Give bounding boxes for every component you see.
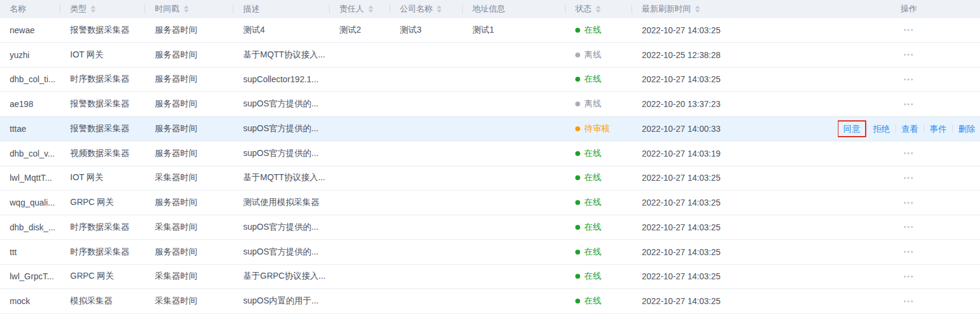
status-badge: 在线	[575, 172, 632, 183]
cell-name: mock	[0, 296, 60, 306]
cell-status: 待审核	[566, 123, 632, 134]
status-label: 在线	[584, 271, 601, 282]
table-row: mock模拟采集器采集器时间supOS内置的用于...在线2022-10-27 …	[0, 289, 980, 314]
column-header-company[interactable]: 公司名称	[390, 0, 463, 18]
column-label: 最新刷新时间	[642, 4, 691, 15]
table-row: ae198报警数据采集器服务器时间supOS官方提供的...离线2022-10-…	[0, 92, 980, 117]
row-actions-more-icon[interactable]: •••	[903, 24, 916, 36]
status-label: 在线	[584, 197, 601, 208]
cell-name: dhb_disk_...	[0, 222, 60, 232]
sort-icon[interactable]	[596, 5, 601, 13]
sort-desc-arrow-icon	[184, 10, 189, 13]
status-dot-icon	[575, 28, 580, 33]
cell-actions: 同意拒绝查看事件删除	[838, 120, 980, 137]
status-badge: 在线	[575, 197, 632, 208]
status-dot-icon	[575, 225, 580, 230]
cell-type: 报警数据采集器	[60, 25, 145, 36]
cell-name: lwl_MqttT...	[0, 173, 60, 183]
cell-status: 在线	[566, 296, 632, 307]
row-actions-more-icon[interactable]: •••	[903, 74, 916, 85]
cell-status: 在线	[566, 25, 632, 36]
cell-actions: •••	[838, 271, 980, 282]
status-label: 在线	[584, 148, 601, 159]
status-badge: 在线	[575, 148, 632, 159]
action-delete[interactable]: 删除	[953, 125, 980, 133]
sort-icon[interactable]	[437, 5, 442, 13]
cell-address: 测试1	[463, 25, 566, 36]
collector-table: 名称类型时间戳描述责任人公司名称地址信息状态最新刷新时间操作 newae报警数据…	[0, 0, 980, 314]
row-actions-more-icon[interactable]: •••	[903, 99, 916, 110]
cell-status: 在线	[566, 271, 632, 282]
status-label: 在线	[584, 222, 601, 233]
cell-status: 在线	[566, 74, 632, 85]
cell-name: ttt	[0, 247, 60, 257]
cell-status: 离线	[566, 50, 632, 60]
sort-asc-arrow-icon	[695, 5, 700, 8]
cell-description: 测试4	[234, 25, 330, 36]
action-reject[interactable]: 拒绝	[867, 125, 895, 133]
column-label: 时间戳	[155, 4, 180, 15]
cell-actions: •••	[838, 24, 980, 36]
cell-timestamp: 采集器时间	[145, 296, 234, 307]
cell-status: 在线	[566, 197, 632, 208]
column-label: 操作	[901, 4, 917, 15]
cell-description: supOS官方提供的...	[234, 222, 330, 233]
status-label: 在线	[584, 172, 601, 183]
row-actions-more-icon[interactable]: •••	[903, 221, 916, 233]
sort-asc-arrow-icon	[91, 5, 96, 8]
cell-type: 模拟采集器	[60, 296, 145, 307]
cell-type: 时序数据采集器	[60, 247, 145, 258]
cell-refreshed: 2022-10-27 14:03:19	[632, 149, 838, 158]
cell-description: 基于GRPC协议接入...	[234, 271, 330, 282]
sort-icon[interactable]	[184, 5, 189, 13]
status-dot-icon	[575, 299, 580, 303]
cell-name: wqg_quali...	[0, 198, 60, 207]
status-dot-icon	[575, 200, 580, 205]
table-row: wqg_quali...GRPC 网关服务器时间测试使用模拟采集器在线2022-…	[0, 190, 980, 215]
sort-icon[interactable]	[695, 5, 700, 13]
column-header-status[interactable]: 状态	[566, 0, 632, 18]
cell-timestamp: 采集器时间	[145, 172, 234, 183]
status-label: 在线	[584, 247, 601, 258]
cell-refreshed: 2022-10-27 14:03:25	[632, 173, 838, 183]
cell-timestamp: 服务器时间	[145, 25, 234, 36]
cell-owner: 测试2	[330, 25, 390, 36]
column-header-type[interactable]: 类型	[60, 0, 145, 18]
cell-refreshed: 2022-10-27 14:00:33	[632, 124, 838, 134]
cell-name: ae198	[0, 99, 60, 109]
sort-desc-arrow-icon	[368, 10, 373, 13]
cell-description: supOS官方提供的...	[234, 148, 330, 159]
cell-description: supOS官方提供的...	[234, 123, 330, 134]
cell-type: GRPC 网关	[60, 197, 145, 208]
sort-icon[interactable]	[91, 5, 96, 13]
column-header-refreshed[interactable]: 最新刷新时间	[632, 0, 838, 18]
row-actions-more-icon[interactable]: •••	[903, 296, 916, 307]
sort-asc-arrow-icon	[437, 5, 442, 8]
row-actions-more-icon[interactable]: •••	[903, 246, 916, 258]
row-actions-more-icon[interactable]: •••	[903, 148, 916, 159]
status-label: 在线	[584, 296, 601, 307]
table-row: ttt时序数据采集器服务器时间supOS官方提供的...在线2022-10-27…	[0, 240, 980, 265]
action-event[interactable]: 事件	[924, 125, 952, 133]
cell-refreshed: 2022-10-27 14:03:25	[632, 296, 838, 306]
column-header-timestamp[interactable]: 时间戳	[145, 0, 234, 18]
cell-actions: •••	[838, 172, 980, 184]
cell-refreshed: 2022-10-27 14:03:25	[632, 74, 838, 84]
status-label: 离线	[584, 50, 601, 60]
row-actions-more-icon[interactable]: •••	[903, 197, 916, 209]
action-approve[interactable]: 同意	[843, 125, 860, 133]
sort-desc-arrow-icon	[91, 10, 96, 13]
row-actions-more-icon[interactable]: •••	[903, 172, 916, 184]
cell-type: GRPC 网关	[60, 271, 145, 282]
status-badge: 在线	[575, 25, 632, 36]
cell-type: 时序数据采集器	[60, 222, 145, 233]
row-actions-more-icon[interactable]: •••	[903, 49, 916, 60]
column-header-owner[interactable]: 责任人	[330, 0, 390, 18]
column-label: 描述	[243, 4, 260, 15]
cell-refreshed: 2022-10-27 14:03:25	[632, 222, 838, 232]
column-header-actions: 操作	[838, 0, 980, 18]
action-view[interactable]: 查看	[896, 125, 924, 133]
row-actions-more-icon[interactable]: •••	[903, 271, 916, 282]
sort-icon[interactable]	[368, 5, 373, 13]
status-dot-icon	[575, 77, 580, 82]
